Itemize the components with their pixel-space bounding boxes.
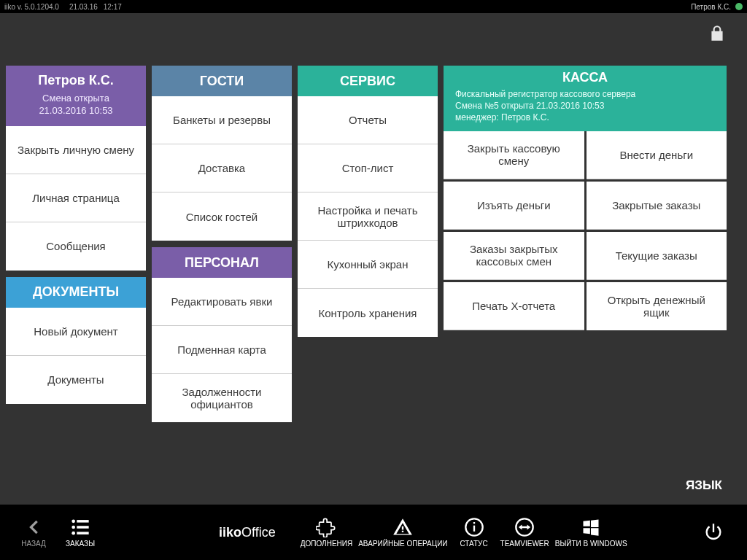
- top-time: 12:17: [104, 3, 122, 11]
- closed-shift-orders-button[interactable]: Заказы закрытых кассовых смен: [444, 232, 584, 280]
- svg-rect-3: [77, 526, 88, 529]
- deposit-money-button[interactable]: Внести деньги: [587, 131, 727, 179]
- teamviewer-button[interactable]: TEAMVIEWER: [500, 517, 549, 548]
- iiko-office-brand[interactable]: iikoOffice: [219, 525, 276, 540]
- chevron-left-icon: [23, 517, 44, 537]
- kassa-sub-line3: менеджер: Петров К.С.: [455, 112, 718, 123]
- status-button[interactable]: СТАТУС: [454, 517, 495, 548]
- addons-button[interactable]: ДОПОЛНЕНИЯ: [301, 517, 353, 548]
- close-personal-shift-button[interactable]: Закрыть личную смену: [6, 126, 146, 174]
- teamviewer-icon: [514, 517, 535, 537]
- puzzle-icon: [316, 517, 336, 537]
- svg-rect-8: [473, 522, 474, 524]
- print-x-report-button[interactable]: Печать X-отчета: [444, 282, 584, 330]
- kassa-title: КАССА: [452, 70, 718, 85]
- windows-icon: [581, 517, 601, 537]
- personnel-header: ПЕРСОНАЛ: [152, 247, 292, 278]
- power-icon: [703, 522, 724, 542]
- app-version: iiko v. 5.0.1204.0: [4, 3, 59, 11]
- warning-icon: [392, 517, 413, 537]
- top-status-bar: iiko v. 5.0.1204.0 21.03.16 12:17 Петров…: [0, 0, 747, 13]
- substitute-card-button[interactable]: Подменная карта: [152, 326, 292, 374]
- svg-rect-7: [473, 526, 474, 532]
- guest-list-button[interactable]: Список гостей: [152, 192, 292, 241]
- user-shift-status: Смена открыта 21.03.2016 10:53: [9, 93, 143, 117]
- list-icon: [70, 517, 90, 537]
- waiter-debts-button[interactable]: Задолженности официантов: [152, 374, 292, 422]
- documents-button[interactable]: Документы: [6, 356, 146, 404]
- svg-point-4: [71, 532, 75, 535]
- messages-button[interactable]: Сообщения: [6, 222, 146, 271]
- svg-point-2: [71, 526, 75, 529]
- delivery-button[interactable]: Доставка: [152, 144, 292, 192]
- personal-page-button[interactable]: Личная страница: [6, 174, 146, 222]
- svg-rect-5: [77, 532, 88, 534]
- top-date: 21.03.16: [69, 3, 98, 11]
- orders-button[interactable]: ЗАКАЗЫ: [60, 517, 101, 548]
- info-icon: [464, 517, 484, 537]
- lock-icon[interactable]: [708, 24, 727, 46]
- back-button[interactable]: НАЗАД: [13, 517, 54, 548]
- top-user: Петров К.С.: [691, 3, 731, 11]
- status-dot-icon: [735, 3, 743, 10]
- language-button[interactable]: ЯЗЫК: [686, 478, 722, 493]
- current-orders-button[interactable]: Текущие заказы: [587, 232, 727, 280]
- main-area: Петров К.С. Смена открыта 21.03.2016 10:…: [0, 57, 747, 427]
- user-header: Петров К.С. Смена открыта 21.03.2016 10:…: [6, 66, 146, 126]
- close-cash-shift-button[interactable]: Закрыть кассовую смену: [444, 131, 584, 179]
- exit-windows-button[interactable]: ВЫЙТИ В WINDOWS: [555, 517, 627, 548]
- documents-header: ДОКУМЕНТЫ: [6, 277, 146, 308]
- new-document-button[interactable]: Новый документ: [6, 308, 146, 356]
- barcode-settings-button[interactable]: Настройка и печать штрихкодов: [298, 192, 438, 241]
- svg-point-0: [71, 520, 75, 524]
- storage-control-button[interactable]: Контроль хранения: [298, 289, 438, 337]
- closed-orders-button[interactable]: Закрытые заказы: [587, 182, 727, 230]
- open-cash-drawer-button[interactable]: Открыть денежный ящик: [587, 282, 727, 330]
- bottom-bar: НАЗАД ЗАКАЗЫ iikoOffice ДОПОЛНЕНИЯ АВАРИ…: [0, 505, 747, 560]
- edit-attendance-button[interactable]: Редактировать явки: [152, 278, 292, 326]
- stop-list-button[interactable]: Стоп-лист: [298, 144, 438, 192]
- kitchen-screen-button[interactable]: Кухонный экран: [298, 241, 438, 289]
- kassa-sub-line1: Фискальный регистратор кассового сервера: [455, 88, 718, 100]
- svg-rect-1: [77, 520, 88, 523]
- kassa-header: КАССА Фискальный регистратор кассового с…: [444, 66, 727, 131]
- withdraw-money-button[interactable]: Изъять деньги: [444, 182, 584, 230]
- banquets-reserves-button[interactable]: Банкеты и резервы: [152, 96, 292, 144]
- power-button[interactable]: [693, 522, 734, 542]
- user-name: Петров К.С.: [9, 73, 143, 88]
- kassa-sub-line2: Смена №5 открыта 21.03.2016 10:53: [455, 100, 718, 112]
- reports-button[interactable]: Отчеты: [298, 96, 438, 144]
- emergency-ops-button[interactable]: АВАРИЙНЫЕ ОПЕРАЦИИ: [358, 517, 447, 548]
- service-header: СЕРВИС: [298, 66, 438, 96]
- guests-header: ГОСТИ: [152, 66, 292, 96]
- lock-bar: [0, 13, 747, 57]
